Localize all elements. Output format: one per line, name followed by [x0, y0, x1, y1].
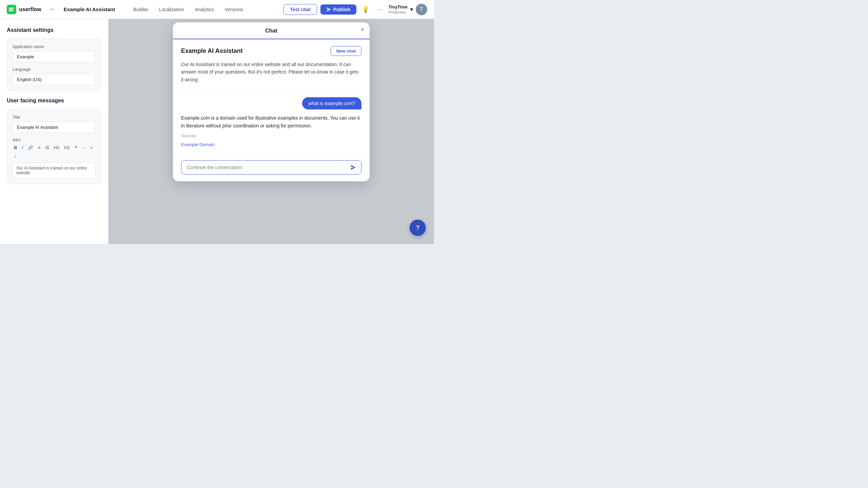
tab-versions[interactable]: Versions: [220, 5, 248, 14]
assistant-intro: Our AI Assistant is trained on our entir…: [181, 61, 361, 90]
intro-label: Intro: [13, 138, 96, 142]
sidebar: Assistant settings Application name Lang…: [0, 19, 108, 244]
new-chat-button[interactable]: New chat: [331, 46, 361, 56]
source-link[interactable]: Example Domain: [181, 142, 215, 147]
user-info: TinyTime Production: [388, 4, 408, 14]
tab-analytics[interactable]: Analytics: [190, 5, 219, 14]
test-chat-button[interactable]: Test chat: [283, 4, 317, 15]
send-message-icon: [350, 164, 356, 170]
tab-builder[interactable]: Builder: [129, 5, 153, 14]
content-area: Chat × Example AI Assistant New chat Our…: [108, 19, 434, 244]
topnav: userflow ← Example AI Assistant Builder …: [0, 0, 434, 19]
user-menu[interactable]: TinyTime Production ▾ T: [388, 4, 427, 15]
chat-input[interactable]: [181, 161, 346, 174]
toolbar-add[interactable]: +: [89, 144, 94, 151]
assistant-settings-title: Assistant settings: [7, 27, 101, 33]
app-name-input[interactable]: [13, 51, 96, 62]
intro-preview[interactable]: Our AI Assistant is trained on our entir…: [13, 163, 96, 178]
app-name-card: Application name Language: [7, 39, 101, 91]
sources-label: Sources: [181, 133, 361, 139]
toolbar-quote[interactable]: ❝: [73, 144, 78, 151]
assistant-name: Example AI Assistant: [181, 47, 243, 55]
ai-response: Example.com is a domain used for illustr…: [181, 114, 361, 148]
topnav-actions: Test chat Publish 💡 ⋯ TinyTime Productio…: [283, 4, 427, 15]
language-label: Language: [13, 67, 96, 72]
modal-footer: [173, 155, 370, 181]
toolbar-h2[interactable]: H2: [63, 144, 71, 151]
nav-tabs: Builder Localization Analytics Versions: [129, 5, 278, 14]
toolbar-ul[interactable]: ⊟: [44, 144, 51, 151]
toolbar-italic[interactable]: I: [20, 144, 24, 151]
modal-body: Example AI Assistant New chat Our AI Ass…: [173, 39, 370, 155]
modal-close-button[interactable]: ×: [360, 26, 364, 33]
app-logo: userflow: [7, 5, 41, 14]
toolbar-ol[interactable]: ≡: [37, 144, 42, 151]
language-input[interactable]: [13, 74, 96, 85]
title-label: Title: [13, 115, 96, 120]
user-facing-title: User facing messages: [7, 98, 101, 104]
send-icon: [327, 7, 331, 12]
publish-button[interactable]: Publish: [320, 4, 357, 15]
editor-toolbar: B I 🔗 ≡ ⊟ H1 H2 ❝ ··· + ↕: [13, 144, 96, 159]
modal-title: Chat: [265, 28, 277, 34]
modal-overlay: Chat × Example AI Assistant New chat Our…: [108, 19, 434, 244]
toolbar-h1[interactable]: H1: [53, 144, 61, 151]
user-message: what is example.com?: [302, 97, 361, 109]
logo-text: userflow: [19, 6, 41, 13]
toolbar-more[interactable]: ···: [80, 144, 87, 151]
modal-header: Chat ×: [173, 22, 370, 39]
dropdown-icon: ▾: [410, 6, 413, 13]
toolbar-expand[interactable]: ↕: [13, 153, 18, 159]
toolbar-link[interactable]: 🔗: [26, 144, 35, 151]
avatar: T: [416, 4, 427, 15]
chat-messages: what is example.com? Example.com is a do…: [181, 97, 361, 148]
back-button[interactable]: ←: [47, 4, 58, 14]
app-name-label: Application name: [13, 44, 96, 49]
main-layout: Assistant settings Application name Lang…: [0, 19, 434, 244]
page-title: Example AI Assistant: [64, 6, 115, 12]
title-input[interactable]: [13, 122, 96, 133]
more-options-icon[interactable]: ⋯: [375, 4, 385, 15]
toolbar-bold[interactable]: B: [13, 144, 18, 151]
tab-localization[interactable]: Localization: [154, 5, 189, 14]
userflow-logo-icon: [7, 5, 16, 14]
assistant-header: Example AI Assistant New chat: [181, 46, 361, 56]
chat-modal: Chat × Example AI Assistant New chat Our…: [173, 22, 370, 181]
bulb-icon[interactable]: 💡: [360, 4, 371, 15]
chat-input-row: [181, 160, 361, 175]
user-facing-card: Title Intro B I 🔗 ≡ ⊟ H1 H2 ❝ ··· + ↕ Ou…: [7, 109, 101, 184]
chat-send-button[interactable]: [346, 161, 361, 174]
